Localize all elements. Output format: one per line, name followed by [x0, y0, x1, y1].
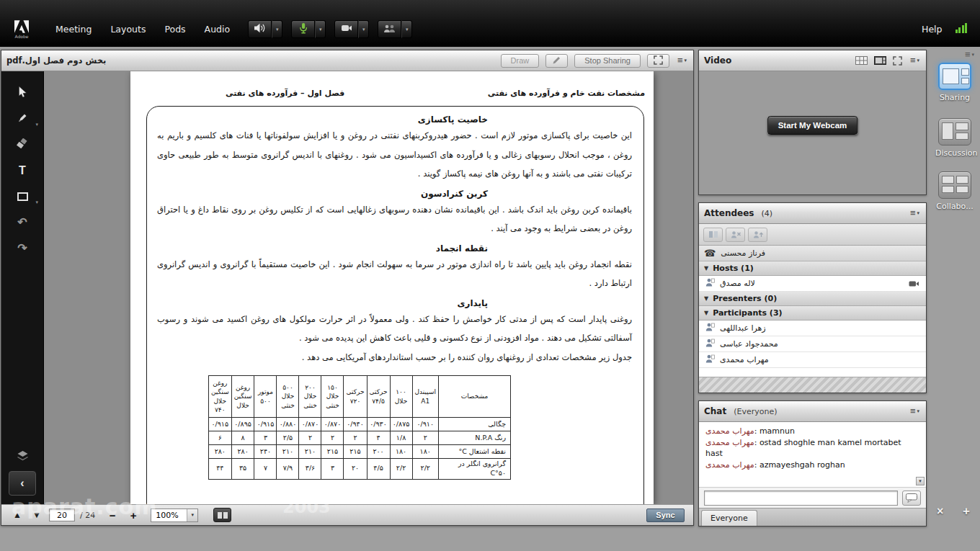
attendees-resize-handle[interactable]	[699, 377, 926, 393]
layout-collaboration-button[interactable]: Collabo...	[935, 171, 974, 211]
person-icon	[705, 278, 715, 289]
section-paragraph: جدول زیر مشخصات تعدادی از روغنهای روان ک…	[157, 348, 632, 367]
speaker-button[interactable]	[248, 20, 272, 38]
collapse-toolbar-button[interactable]: ‹	[9, 471, 36, 496]
expand-icon	[654, 55, 663, 66]
marker-caret-icon[interactable]: ▾	[35, 122, 38, 127]
spec-col-header: ۱۵۰ حلال خنثی	[321, 376, 344, 418]
shape-caret-icon[interactable]: ▾	[35, 200, 38, 205]
zoom-in-button[interactable]: +	[125, 509, 141, 521]
chat-pod-menu-button[interactable]: ≡ ▾	[909, 408, 921, 415]
connection-signal-icon[interactable]	[956, 23, 968, 33]
chat-scroll-down-button[interactable]: ▼	[916, 477, 925, 485]
attendees-toolbar-button-3[interactable]	[748, 228, 767, 242]
layout-discussion-button[interactable]: Discussion	[935, 118, 974, 158]
webcam-button[interactable]	[334, 20, 358, 38]
chat-tab-everyone[interactable]: Everyone	[701, 510, 757, 526]
layouts-menu-button[interactable]: ≡ ▾	[965, 49, 974, 60]
menu-audio[interactable]: Audio	[195, 19, 240, 39]
spec-cell: ۲۰۰	[367, 445, 390, 459]
attendees-pod-menu-button[interactable]: ≡ ▾	[909, 210, 921, 217]
chat-tab-bar: Everyone	[699, 508, 926, 526]
spec-cell: ۲۱۰	[299, 445, 321, 459]
attendees-count: (4)	[761, 209, 772, 218]
webcam-caret-button[interactable]: ▾	[358, 20, 369, 38]
filmstrip-view-button[interactable]	[874, 56, 886, 65]
undo-button[interactable]: ↶	[9, 211, 35, 233]
attendee-row[interactable]: محمدجواد عباسی	[699, 336, 926, 352]
microphone-button[interactable]	[291, 20, 315, 38]
spec-table-row: نقطه اشتعال C°۱۸۰۱۸۰۲۰۰۲۱۵۲۱۵۲۱۰۲۱۰۲۴۰۲۸…	[208, 445, 510, 459]
menu-meeting[interactable]: Meeting	[46, 19, 101, 39]
attendees-toolbar-button-1[interactable]	[703, 228, 723, 242]
spec-cell: ۲۸۰	[231, 445, 254, 459]
menu-layouts[interactable]: Layouts	[101, 19, 155, 39]
attendee-row[interactable]: زهرا عبداللهی	[699, 321, 926, 336]
attendees-pod: Attendees (4) ≡ ▾ ☎ فرناز محسنی ▼Hosts (…	[698, 202, 927, 393]
spec-cell: ۲۱۵	[321, 445, 344, 459]
collaboration-layout-label: Collabo...	[935, 202, 974, 211]
spec-table-row: گرانروی انگلر در C°۵۰۲/۲۲/۲۴/۵۲۰۳۳/۶۷/۹۷…	[208, 459, 510, 480]
chat-send-button[interactable]	[902, 490, 921, 506]
layers-button[interactable]	[9, 445, 35, 467]
microphone-caret-button[interactable]: ▾	[315, 20, 326, 38]
attendee-group-header[interactable]: ▼Participants (3)	[699, 306, 926, 321]
zoom-select[interactable]: 100% ▾	[151, 509, 198, 522]
spec-cell: ۰/۹۱۰	[412, 418, 438, 431]
attendee-group-header[interactable]: ▼Hosts (1)	[699, 261, 926, 276]
zoom-out-button[interactable]: −	[104, 509, 120, 521]
chat-input[interactable]	[704, 490, 898, 506]
layout-sharing-button[interactable]: Sharing	[935, 63, 974, 102]
page-up-button[interactable]: ▲	[10, 510, 24, 520]
attendees-pod-titlebar: Attendees (4) ≡ ▾	[699, 203, 926, 224]
attendees-toolbar-icon	[753, 230, 763, 238]
status-caret-button[interactable]: ▾	[401, 20, 412, 38]
page-down-button[interactable]: ▼	[30, 510, 44, 520]
menu-pods[interactable]: Pods	[155, 19, 195, 39]
text-tool[interactable]: T	[9, 159, 35, 182]
adobe-logo[interactable]: Adobe	[7, 20, 36, 39]
thumbnails-button[interactable]	[213, 508, 231, 522]
marker-tool[interactable]: ▾	[9, 107, 35, 130]
draw-button[interactable]: Draw	[501, 54, 540, 68]
video-pod-titlebar: Video ≡ ▾	[699, 50, 926, 71]
pen-tool-button[interactable]	[545, 54, 568, 68]
share-pod: بخش دوم فصل اول.pdf Draw Stop Sharing ≡ …	[1, 50, 694, 526]
stop-sharing-button[interactable]: Stop Sharing	[574, 54, 641, 68]
spec-row-label: رنگ N.P.A	[439, 431, 511, 445]
spec-row-label: چگالی	[439, 418, 511, 431]
spec-cell: ۰/۸۸۰	[277, 418, 299, 431]
page-number-input[interactable]	[49, 509, 75, 521]
status-button[interactable]	[378, 20, 401, 38]
attendee-group-label: Participants (3)	[713, 308, 782, 318]
add-button[interactable]: +	[963, 504, 970, 519]
chat-message: مهراب محمدی: azmayeshgah roghan	[705, 460, 919, 471]
spec-cell: ۲	[299, 431, 321, 445]
speaker-caret-button[interactable]: ▾	[272, 20, 282, 38]
spec-cell: ۳۵	[231, 459, 254, 480]
menu-help[interactable]: Help	[914, 19, 950, 39]
phone-attendee-row[interactable]: ☎ فرناز محسنی	[699, 246, 926, 261]
share-pod-body: ▾ T ▾ ↶ ↷ ‹ مش	[1, 71, 693, 504]
close-button[interactable]: ×	[937, 505, 943, 518]
attendee-row[interactable]: مهراب محمدی	[699, 352, 926, 368]
attendee-group-header[interactable]: ▼Presenters (0)	[699, 292, 926, 306]
grid-view-button[interactable]	[855, 56, 868, 65]
video-pod-menu-button[interactable]: ≡ ▾	[909, 57, 921, 64]
attendee-row[interactable]: لاله مصدق	[699, 276, 926, 292]
spec-cell: ۰/۹۳۰	[367, 418, 390, 431]
send-message-icon	[906, 493, 917, 503]
video-fullscreen-button[interactable]	[893, 56, 902, 66]
zoom-caret-icon[interactable]: ▾	[187, 509, 197, 521]
start-webcam-button[interactable]: Start My Webcam	[767, 116, 858, 135]
spec-cell: ۰/۸۷۰	[299, 418, 321, 431]
attendees-toolbar-button-2[interactable]	[726, 228, 745, 242]
pointer-tool[interactable]	[9, 81, 35, 104]
sync-button[interactable]: Sync	[646, 509, 685, 522]
share-pod-menu-button[interactable]: ≡ ▾	[676, 57, 688, 64]
shape-tool[interactable]: ▾	[9, 185, 35, 207]
redo-button[interactable]: ↷	[9, 237, 35, 259]
attendee-group-label: Hosts (1)	[713, 264, 754, 273]
eraser-tool[interactable]	[9, 133, 35, 156]
fullscreen-button[interactable]	[647, 54, 669, 68]
